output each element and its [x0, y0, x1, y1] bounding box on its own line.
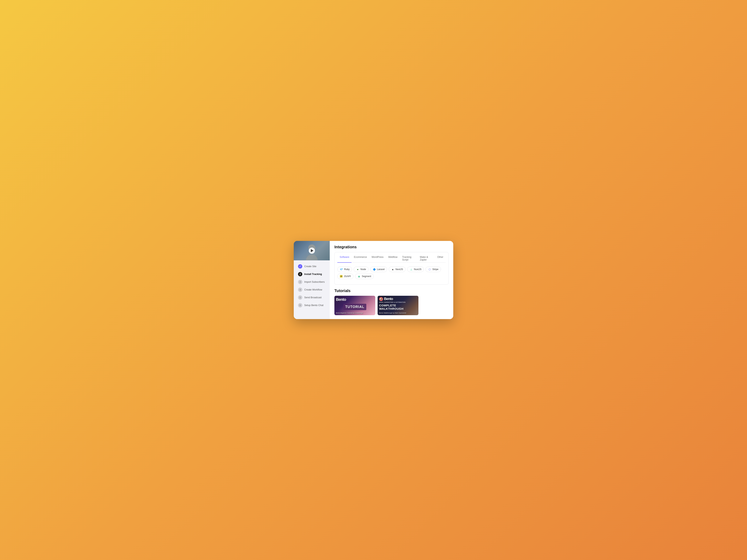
integration-laravel-label: Laravel	[377, 268, 385, 271]
step-indicator-6: 6	[298, 303, 302, 308]
step-indicator-5: 5	[298, 295, 302, 300]
nav-label-create-workflow: Create Workflow	[304, 288, 322, 291]
integration-jsapi-label: JS/API	[344, 275, 351, 278]
step-indicator-2: 2	[298, 272, 302, 276]
tutorials-grid: Bento TUTORIAL Bento Beginner Tutorial b…	[334, 296, 448, 315]
integration-segment[interactable]: ◉ Segment	[355, 273, 374, 279]
step-indicator-4: 4	[298, 288, 302, 292]
integrations-box: Software Ecommerce WordPress Webflow Tra…	[334, 252, 448, 285]
tutorial2-caption: Bento Walkthrough by Mark Szymanski	[379, 311, 417, 314]
node-icon: ●	[356, 268, 359, 271]
sidebar-nav: Create Site 2 Install Tracking 3 Import …	[294, 260, 330, 311]
integration-stripe-label: Stripe	[432, 268, 438, 271]
sidebar-item-import-subscribers[interactable]: 3 Import Subscribers	[295, 278, 329, 286]
tab-webflow[interactable]: Webflow	[386, 255, 400, 263]
tutorial1-brand: Bento	[336, 297, 374, 302]
integration-ruby-label: Ruby	[344, 268, 350, 271]
tutorial2-icon: 🍱	[379, 297, 383, 301]
step-indicator-1	[298, 264, 302, 269]
sidebar-item-create-workflow[interactable]: 4 Create Workflow	[295, 286, 329, 293]
tab-wordpress[interactable]: WordPress	[369, 255, 386, 263]
jsapi-icon: JS	[340, 275, 342, 278]
integration-segment-label: Segment	[362, 275, 371, 278]
nav-label-import-subscribers: Import Subscribers	[304, 281, 325, 283]
tutorial1-title: TUTORIAL	[345, 305, 365, 309]
tab-tracking-script[interactable]: Tracking Script	[400, 255, 417, 263]
tutorial2-caption-text: Bento Walkthrough by Mark Szymanski	[379, 312, 406, 314]
integration-nuxtjs[interactable]: △ NuxtJS	[407, 267, 424, 272]
tutorial1-caption-text: Bento Beginner Tutorial by CreatorEgg	[336, 312, 363, 314]
tutorial1-title-box: TUTORIAL	[343, 304, 366, 310]
step-indicator-3: 3	[298, 280, 302, 284]
app-window: Create Site 2 Install Tracking 3 Import …	[294, 241, 453, 319]
integration-nextjs[interactable]: ▲ NextJS	[389, 267, 406, 272]
tutorial1-caption: Bento Beginner Tutorial by CreatorEgg	[336, 311, 374, 314]
integrations-title: Integrations	[334, 245, 448, 249]
integration-ruby[interactable]: 💎 Ruby	[337, 267, 352, 272]
integration-nuxtjs-label: NuxtJS	[414, 268, 421, 271]
tutorial2-title: COMPLETE WALKTHROUGH	[379, 304, 417, 310]
sidebar: Create Site 2 Install Tracking 3 Import …	[294, 241, 330, 319]
sidebar-item-send-broadcast[interactable]: 5 Send Broadcast	[295, 294, 329, 301]
tutorial-card-1[interactable]: Bento TUTORIAL Bento Beginner Tutorial b…	[334, 296, 375, 315]
sidebar-item-create-site[interactable]: Create Site	[295, 263, 329, 270]
play-button[interactable]	[309, 247, 315, 254]
tutorial-card-2[interactable]: 🍱 Bento EMAIL MARKETING & AUTOMATION COM…	[378, 296, 418, 315]
integration-stripe[interactable]: ⬡ Stripe	[426, 267, 441, 272]
sidebar-item-setup-bento-chat[interactable]: 6 Setup Bento Chat	[295, 301, 329, 309]
tutorial2-brand: Bento	[384, 297, 393, 301]
sidebar-video[interactable]	[294, 241, 330, 260]
integration-node-label: Node	[360, 268, 366, 271]
tab-ecommerce[interactable]: Ecommerce	[352, 255, 369, 263]
tab-other[interactable]: Other	[435, 255, 446, 263]
integration-list: 💎 Ruby ● Node 🔷 Laravel ▲ NextJS △ N	[337, 266, 446, 282]
video-overlay	[294, 241, 330, 260]
tab-make-zapier[interactable]: Make & Zapier	[417, 255, 435, 263]
integration-jsapi[interactable]: JS JS/API	[337, 273, 354, 279]
main-content: Integrations Software Ecommerce WordPres…	[330, 241, 453, 319]
tutorial1-header: Bento	[336, 297, 374, 302]
nav-label-send-broadcast: Send Broadcast	[304, 296, 321, 299]
integration-laravel[interactable]: 🔷 Laravel	[370, 267, 387, 272]
tutorial2-subtitle: EMAIL MARKETING & AUTOMATION	[379, 301, 417, 303]
nav-label-install-tracking: Install Tracking	[304, 273, 322, 275]
laravel-icon: 🔷	[373, 268, 376, 271]
tutorial2-header: 🍱 Bento	[379, 297, 417, 301]
tab-software[interactable]: Software	[337, 255, 352, 263]
nav-label-create-site: Create Site	[304, 265, 316, 268]
nextjs-icon: ▲	[391, 268, 394, 271]
segment-icon: ◉	[358, 275, 361, 278]
tutorial1-main: TUTORIAL	[336, 302, 374, 311]
stripe-icon: ⬡	[428, 268, 431, 271]
sidebar-item-install-tracking[interactable]: 2 Install Tracking	[295, 270, 329, 278]
tutorial2-subtitle-text: EMAIL MARKETING & AUTOMATION	[379, 301, 417, 303]
nav-label-setup-bento-chat: Setup Bento Chat	[304, 304, 324, 306]
integration-nextjs-label: NextJS	[395, 268, 403, 271]
integrations-tabs: Software Ecommerce WordPress Webflow Tra…	[337, 255, 446, 263]
integration-node[interactable]: ● Node	[354, 267, 369, 272]
nuxtjs-icon: △	[410, 268, 413, 271]
tutorial2-main: COMPLETE WALKTHROUGH	[379, 304, 417, 310]
ruby-icon: 💎	[340, 268, 343, 271]
tutorials-title: Tutorials	[334, 289, 448, 293]
